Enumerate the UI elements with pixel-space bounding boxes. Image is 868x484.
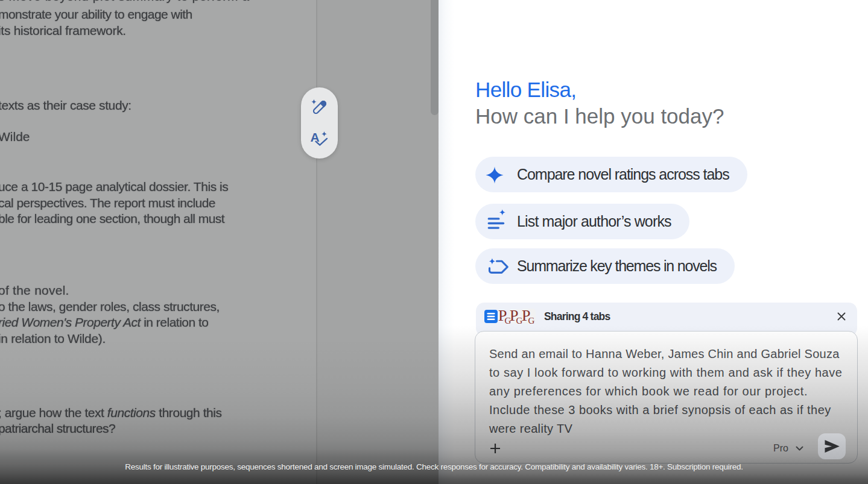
svg-text:A: A (311, 130, 320, 144)
